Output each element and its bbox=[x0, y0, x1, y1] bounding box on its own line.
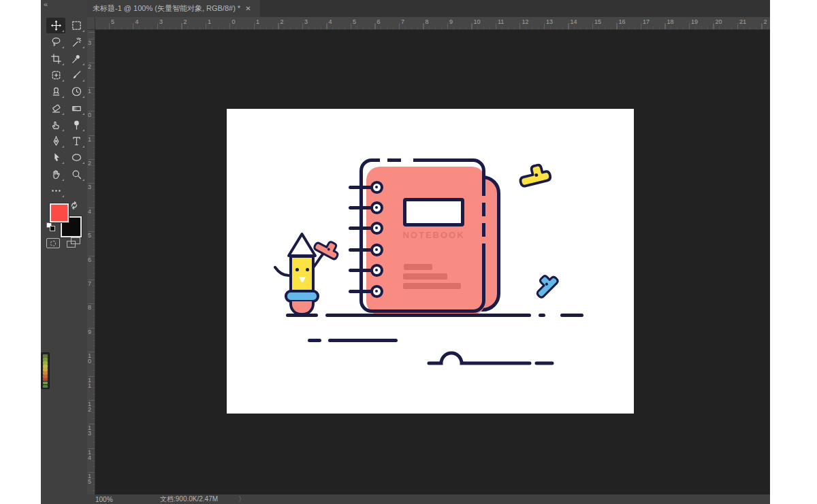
v-ruler-number: 1 bbox=[88, 88, 91, 94]
smudge-tool[interactable] bbox=[46, 117, 65, 133]
strip-segment bbox=[43, 371, 48, 375]
v-ruler-number: 9 bbox=[88, 329, 91, 335]
h-ruler-number: 13 bbox=[546, 18, 553, 25]
outline-dash-gap bbox=[401, 157, 413, 163]
h-ruler-number: 6 bbox=[377, 18, 381, 25]
zoom-tool[interactable] bbox=[67, 167, 86, 182]
screen-mode-button[interactable] bbox=[67, 237, 82, 249]
type-tool[interactable] bbox=[67, 133, 86, 149]
foreground-color-swatch[interactable] bbox=[50, 203, 69, 222]
status-expand-chevron[interactable]: 〉 bbox=[238, 494, 245, 504]
outline-dash-gap bbox=[481, 216, 489, 223]
pencil-body bbox=[289, 255, 315, 292]
v-ruler-number: 1 3 bbox=[88, 425, 91, 436]
ring-line bbox=[349, 186, 372, 189]
h-ruler-number: 7 bbox=[401, 18, 404, 25]
move-tool[interactable] bbox=[46, 18, 65, 33]
h-ruler-number: 10 bbox=[474, 18, 481, 25]
v-ruler-number: 1 4 bbox=[88, 450, 91, 460]
h-ruler-number: 9 bbox=[449, 18, 453, 25]
accent-line bbox=[328, 339, 398, 342]
h-ruler-number: 19 bbox=[691, 18, 698, 25]
strip-segment bbox=[43, 385, 48, 388]
strip-segment bbox=[43, 354, 48, 358]
ellipse-shape-tool[interactable] bbox=[67, 150, 86, 165]
document-size-info: 文档:900.0K/2.47M bbox=[160, 494, 218, 504]
h-ruler-number: 16 bbox=[619, 18, 626, 25]
strip-segment bbox=[43, 375, 48, 378]
document-tab-bar: 未标题-1 @ 100% (矢量智能对象, RGB/8#) * ✕ bbox=[87, 0, 770, 17]
magic-wand-tool[interactable] bbox=[67, 34, 86, 50]
notebook-label bbox=[403, 198, 464, 226]
h-ruler-number: 15 bbox=[594, 18, 601, 25]
h-ruler-number: 5 bbox=[111, 18, 114, 25]
v-ruler-number: 3 bbox=[88, 40, 91, 46]
ground-line-dash bbox=[560, 314, 583, 317]
more-tools[interactable] bbox=[46, 183, 65, 199]
h-ruler-number: 3 bbox=[159, 18, 163, 25]
default-colors-icon[interactable] bbox=[46, 222, 56, 232]
h-ruler-number: 2 bbox=[184, 18, 187, 25]
collapse-panel-button[interactable]: « bbox=[44, 0, 47, 8]
lasso-tool[interactable] bbox=[46, 34, 65, 50]
v-ruler-number: 0 bbox=[88, 112, 91, 118]
eyedropper-tool[interactable] bbox=[67, 51, 86, 67]
v-ruler-number: 5 bbox=[88, 233, 91, 238]
zoom-level-field[interactable]: 100% bbox=[95, 496, 136, 503]
h-ruler-number: 4 bbox=[135, 18, 139, 25]
document-tab[interactable]: 未标题-1 @ 100% (矢量智能对象, RGB/8#) * ✕ bbox=[87, 0, 260, 17]
eraser-tool[interactable] bbox=[46, 101, 65, 116]
v-ruler-number: 1 1 bbox=[88, 377, 91, 388]
h-ruler-number: 14 bbox=[571, 18, 577, 25]
document-tab-title: 未标题-1 @ 100% (矢量智能对象, RGB/8#) * bbox=[93, 3, 240, 14]
blue-clip bbox=[530, 269, 562, 301]
artboard[interactable]: NOTEBOOK bbox=[227, 109, 634, 414]
crop-tool[interactable] bbox=[46, 51, 65, 67]
h-ruler-number: 4 bbox=[329, 18, 332, 25]
ring-line bbox=[349, 290, 372, 293]
v-ruler-number: 6 bbox=[88, 257, 91, 263]
ring-circle bbox=[370, 285, 383, 298]
ring-line bbox=[349, 226, 372, 230]
collapsed-panel-strip[interactable] bbox=[41, 352, 50, 389]
strip-segment bbox=[43, 365, 48, 368]
h-ruler-number: 5 bbox=[353, 18, 356, 25]
outline-dash-gap bbox=[481, 237, 489, 243]
h-ruler-number: 1 bbox=[208, 18, 211, 25]
ring-circle bbox=[370, 201, 383, 214]
tools-panel: « bbox=[41, 0, 87, 504]
history-brush-tool[interactable] bbox=[67, 84, 86, 99]
brush-tool[interactable] bbox=[67, 67, 86, 83]
h-ruler-number: 1 bbox=[256, 18, 259, 25]
clone-stamp-tool[interactable] bbox=[46, 84, 65, 99]
v-ruler-number: 2 bbox=[88, 161, 91, 166]
h-ruler-number: 17 bbox=[643, 18, 650, 25]
ring-line bbox=[349, 248, 372, 252]
h-ruler-number: 12 bbox=[522, 18, 529, 25]
v-ruler-number: 1 5 bbox=[88, 473, 91, 484]
swap-colors-icon[interactable] bbox=[69, 201, 79, 210]
v-ruler-number: 4 bbox=[88, 209, 91, 214]
dodge-tool[interactable] bbox=[67, 117, 86, 133]
pencil-left-arm bbox=[274, 266, 290, 278]
ground-line bbox=[325, 314, 531, 317]
notebook-text-line bbox=[403, 283, 461, 289]
ring-circle bbox=[370, 181, 383, 194]
screenshot-stage: « 未标题-1 @ 100% (矢量智能对象, RGB/8#) * ✕ 5432… bbox=[0, 0, 817, 504]
h-ruler-number: 2 bbox=[764, 18, 767, 25]
hand-tool[interactable] bbox=[46, 167, 65, 182]
marquee-tool[interactable] bbox=[67, 18, 86, 33]
close-tab-icon[interactable]: ✕ bbox=[245, 5, 251, 12]
healing-patch-tool[interactable] bbox=[46, 67, 65, 83]
pen-tool[interactable] bbox=[46, 133, 65, 149]
ring-circle bbox=[370, 222, 383, 235]
horizontal-ruler[interactable]: 5432101234567891011121314151617181920212 bbox=[95, 17, 770, 30]
gradient-tool[interactable] bbox=[67, 101, 86, 116]
strip-segment bbox=[43, 378, 48, 382]
vertical-ruler[interactable]: 32101234567891 01 11 21 31 41 5 bbox=[87, 30, 95, 494]
ground-line-dash bbox=[539, 314, 545, 317]
quick-mask-button[interactable] bbox=[46, 238, 60, 248]
path-selection-tool[interactable] bbox=[46, 150, 65, 165]
ruler-origin-corner[interactable] bbox=[87, 17, 95, 30]
notebook-text-line bbox=[404, 264, 432, 270]
